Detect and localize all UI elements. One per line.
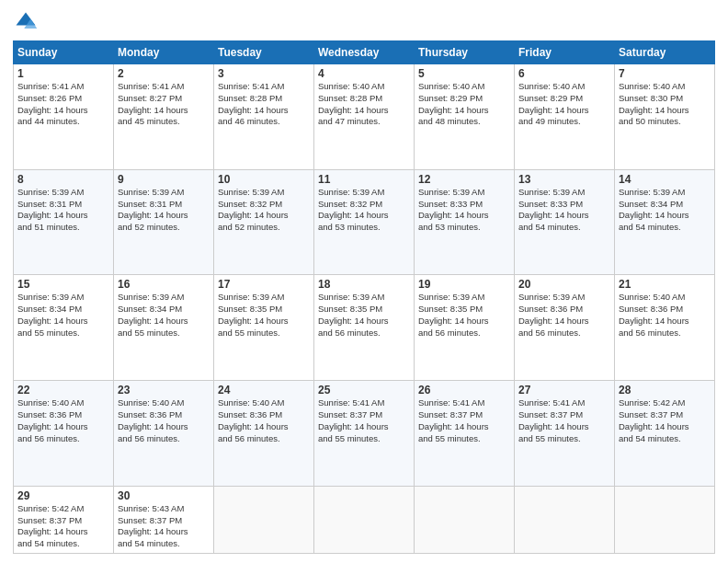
cell-info: Sunrise: 5:41 AMSunset: 8:37 PMDaylight:… [518, 397, 610, 444]
calendar-cell: 28Sunrise: 5:42 AMSunset: 8:37 PMDayligh… [615, 381, 715, 487]
calendar-cell: 7Sunrise: 5:40 AMSunset: 8:30 PMDaylight… [615, 64, 715, 170]
calendar-cell [415, 486, 515, 553]
day-number: 17 [218, 278, 310, 291]
calendar-cell: 20Sunrise: 5:39 AMSunset: 8:36 PMDayligh… [515, 275, 615, 381]
cell-info: Sunrise: 5:40 AMSunset: 8:36 PMDaylight:… [619, 292, 711, 339]
logo-icon [13, 9, 39, 35]
day-number: 5 [418, 67, 510, 80]
calendar-cell [615, 486, 715, 553]
day-header-thursday: Thursday [415, 41, 515, 64]
cell-info: Sunrise: 5:39 AMSunset: 8:35 PMDaylight:… [418, 292, 510, 339]
calendar-body: 1Sunrise: 5:41 AMSunset: 8:26 PMDaylight… [14, 64, 715, 554]
cell-info: Sunrise: 5:39 AMSunset: 8:31 PMDaylight:… [17, 187, 109, 234]
cell-info: Sunrise: 5:39 AMSunset: 8:34 PMDaylight:… [619, 187, 711, 234]
cell-info: Sunrise: 5:39 AMSunset: 8:36 PMDaylight:… [518, 292, 610, 339]
cell-info: Sunrise: 5:39 AMSunset: 8:33 PMDaylight:… [518, 187, 610, 234]
day-number: 18 [318, 278, 410, 291]
day-header-friday: Friday [515, 41, 615, 64]
week-row-1: 1Sunrise: 5:41 AMSunset: 8:26 PMDaylight… [14, 64, 715, 170]
day-header-sunday: Sunday [14, 41, 114, 64]
day-number: 13 [518, 173, 610, 186]
cell-info: Sunrise: 5:39 AMSunset: 8:35 PMDaylight:… [318, 292, 410, 339]
calendar-cell: 10Sunrise: 5:39 AMSunset: 8:32 PMDayligh… [214, 169, 314, 275]
cell-info: Sunrise: 5:39 AMSunset: 8:34 PMDaylight:… [17, 292, 109, 339]
cell-info: Sunrise: 5:40 AMSunset: 8:29 PMDaylight:… [518, 81, 610, 128]
day-number: 28 [619, 384, 711, 396]
calendar-cell: 26Sunrise: 5:41 AMSunset: 8:37 PMDayligh… [415, 381, 515, 487]
calendar-cell: 12Sunrise: 5:39 AMSunset: 8:33 PMDayligh… [415, 169, 515, 275]
calendar-cell: 4Sunrise: 5:40 AMSunset: 8:28 PMDaylight… [314, 64, 415, 170]
day-header-monday: Monday [114, 41, 214, 64]
day-number: 24 [218, 384, 310, 396]
day-header-wednesday: Wednesday [314, 41, 415, 64]
calendar-cell [515, 486, 615, 553]
calendar-cell: 15Sunrise: 5:39 AMSunset: 8:34 PMDayligh… [14, 275, 114, 381]
day-number: 9 [118, 173, 210, 186]
cell-info: Sunrise: 5:39 AMSunset: 8:31 PMDaylight:… [118, 187, 210, 234]
cell-info: Sunrise: 5:40 AMSunset: 8:36 PMDaylight:… [118, 397, 210, 444]
day-number: 19 [418, 278, 510, 291]
day-header-tuesday: Tuesday [214, 41, 314, 64]
calendar-cell: 3Sunrise: 5:41 AMSunset: 8:28 PMDaylight… [214, 64, 314, 170]
day-number: 7 [619, 67, 711, 80]
cell-info: Sunrise: 5:40 AMSunset: 8:36 PMDaylight:… [218, 397, 310, 444]
day-number: 26 [418, 384, 510, 396]
week-row-4: 22Sunrise: 5:40 AMSunset: 8:36 PMDayligh… [14, 381, 715, 487]
calendar-cell: 22Sunrise: 5:40 AMSunset: 8:36 PMDayligh… [14, 381, 114, 487]
cell-info: Sunrise: 5:42 AMSunset: 8:37 PMDaylight:… [619, 397, 711, 444]
days-header-row: SundayMondayTuesdayWednesdayThursdayFrid… [14, 41, 715, 64]
day-number: 8 [17, 173, 109, 186]
day-number: 14 [619, 173, 711, 186]
day-number: 12 [418, 173, 510, 186]
cell-info: Sunrise: 5:39 AMSunset: 8:35 PMDaylight:… [218, 292, 310, 339]
cell-info: Sunrise: 5:41 AMSunset: 8:37 PMDaylight:… [418, 397, 510, 444]
cell-info: Sunrise: 5:41 AMSunset: 8:37 PMDaylight:… [318, 397, 410, 444]
calendar: SundayMondayTuesdayWednesdayThursdayFrid… [13, 40, 715, 554]
cell-info: Sunrise: 5:39 AMSunset: 8:34 PMDaylight:… [118, 292, 210, 339]
calendar-cell: 27Sunrise: 5:41 AMSunset: 8:37 PMDayligh… [515, 381, 615, 487]
calendar-cell: 5Sunrise: 5:40 AMSunset: 8:29 PMDaylight… [415, 64, 515, 170]
calendar-cell [314, 486, 415, 553]
header [13, 9, 715, 35]
calendar-cell: 8Sunrise: 5:39 AMSunset: 8:31 PMDaylight… [14, 169, 114, 275]
calendar-cell: 9Sunrise: 5:39 AMSunset: 8:31 PMDaylight… [114, 169, 214, 275]
calendar-header: SundayMondayTuesdayWednesdayThursdayFrid… [14, 41, 715, 64]
day-number: 21 [619, 278, 711, 291]
calendar-cell: 18Sunrise: 5:39 AMSunset: 8:35 PMDayligh… [314, 275, 415, 381]
cell-info: Sunrise: 5:43 AMSunset: 8:37 PMDaylight:… [118, 503, 210, 550]
day-number: 23 [118, 384, 210, 396]
calendar-cell: 19Sunrise: 5:39 AMSunset: 8:35 PMDayligh… [415, 275, 515, 381]
calendar-cell: 6Sunrise: 5:40 AMSunset: 8:29 PMDaylight… [515, 64, 615, 170]
calendar-cell [214, 486, 314, 553]
day-number: 15 [17, 278, 109, 291]
day-number: 6 [518, 67, 610, 80]
cell-info: Sunrise: 5:40 AMSunset: 8:29 PMDaylight:… [418, 81, 510, 128]
calendar-cell: 14Sunrise: 5:39 AMSunset: 8:34 PMDayligh… [615, 169, 715, 275]
day-number: 10 [218, 173, 310, 186]
day-number: 3 [218, 67, 310, 80]
cell-info: Sunrise: 5:40 AMSunset: 8:28 PMDaylight:… [318, 81, 410, 128]
day-number: 11 [318, 173, 410, 186]
day-number: 29 [17, 489, 109, 502]
day-number: 16 [118, 278, 210, 291]
page: SundayMondayTuesdayWednesdayThursdayFrid… [0, 0, 728, 563]
calendar-cell: 16Sunrise: 5:39 AMSunset: 8:34 PMDayligh… [114, 275, 214, 381]
calendar-cell: 2Sunrise: 5:41 AMSunset: 8:27 PMDaylight… [114, 64, 214, 170]
calendar-cell: 17Sunrise: 5:39 AMSunset: 8:35 PMDayligh… [214, 275, 314, 381]
day-number: 1 [17, 67, 109, 80]
calendar-cell: 24Sunrise: 5:40 AMSunset: 8:36 PMDayligh… [214, 381, 314, 487]
cell-info: Sunrise: 5:40 AMSunset: 8:36 PMDaylight:… [17, 397, 109, 444]
day-number: 30 [118, 489, 210, 502]
week-row-2: 8Sunrise: 5:39 AMSunset: 8:31 PMDaylight… [14, 169, 715, 275]
calendar-cell: 29Sunrise: 5:42 AMSunset: 8:37 PMDayligh… [14, 486, 114, 553]
cell-info: Sunrise: 5:40 AMSunset: 8:30 PMDaylight:… [619, 81, 711, 128]
cell-info: Sunrise: 5:41 AMSunset: 8:27 PMDaylight:… [118, 81, 210, 128]
cell-info: Sunrise: 5:39 AMSunset: 8:32 PMDaylight:… [318, 187, 410, 234]
day-header-saturday: Saturday [615, 41, 715, 64]
calendar-cell: 13Sunrise: 5:39 AMSunset: 8:33 PMDayligh… [515, 169, 615, 275]
calendar-cell: 21Sunrise: 5:40 AMSunset: 8:36 PMDayligh… [615, 275, 715, 381]
cell-info: Sunrise: 5:39 AMSunset: 8:32 PMDaylight:… [218, 187, 310, 234]
calendar-cell: 11Sunrise: 5:39 AMSunset: 8:32 PMDayligh… [314, 169, 415, 275]
calendar-cell: 25Sunrise: 5:41 AMSunset: 8:37 PMDayligh… [314, 381, 415, 487]
cell-info: Sunrise: 5:42 AMSunset: 8:37 PMDaylight:… [17, 503, 109, 550]
